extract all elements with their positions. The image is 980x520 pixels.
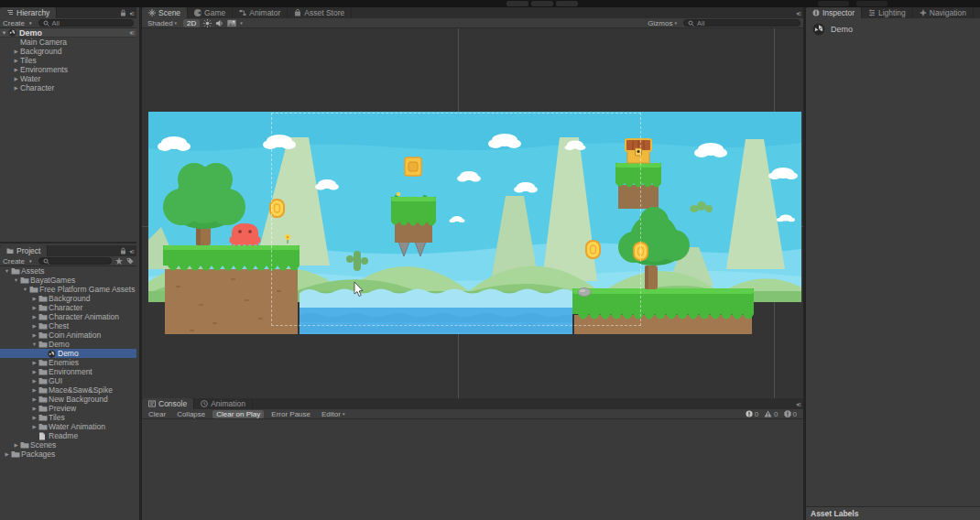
hierarchy-item[interactable]: Main Camera (0, 38, 136, 47)
console-clear-on-play-button[interactable]: Clear on Play (212, 410, 264, 418)
project-tree-item[interactable]: ▶Packages (0, 450, 136, 459)
inspector-asset-header[interactable]: Demo (806, 18, 980, 36)
project-tree-item[interactable]: Readme (0, 431, 136, 440)
project-tree-item[interactable]: ▶Chest (0, 321, 136, 330)
foldout-icon[interactable]: ▶ (30, 376, 38, 385)
foldout-icon[interactable]: ▶ (30, 330, 38, 340)
shading-mode-dropdown[interactable]: Shaded▾ (145, 19, 180, 27)
foldout-icon[interactable]: ▶ (30, 385, 38, 395)
pane-menu-icon[interactable]: ▾≡ (129, 248, 134, 255)
play-icon[interactable] (506, 1, 528, 6)
project-tree-item[interactable]: ▶Coin Animation (0, 330, 136, 340)
foldout-icon[interactable]: ▶ (30, 358, 38, 367)
tab-navigation[interactable]: Navigation (913, 7, 974, 18)
enemy-blob[interactable] (230, 223, 261, 246)
foldout-icon[interactable]: ▼ (3, 266, 11, 276)
project-tree-item[interactable]: ▶Mace&Saw&Spike (0, 385, 136, 395)
tab-animator[interactable]: Animator (233, 7, 288, 18)
console-collapse-button[interactable]: Collapse (173, 410, 209, 418)
console-log-area[interactable] (142, 419, 803, 520)
project-search-input[interactable] (38, 257, 112, 265)
project-tree-item[interactable]: ▼Assets (0, 266, 136, 276)
pane-menu-icon[interactable]: ▾≡ (129, 10, 134, 16)
console-error-pause-button[interactable]: Error Pause (267, 410, 314, 418)
foldout-icon[interactable]: ▼ (21, 285, 29, 294)
foldout-icon[interactable]: ▶ (30, 395, 38, 404)
error-count[interactable]: 0 (784, 410, 797, 418)
tab-asset-store[interactable]: Asset Store (288, 7, 352, 18)
effects-dropdown-caret[interactable]: ▾ (240, 20, 243, 26)
foldout-icon[interactable]: ▼ (0, 30, 8, 36)
pause-icon[interactable] (531, 1, 553, 6)
foldout-icon[interactable]: ▶ (30, 367, 38, 376)
project-tree-item[interactable]: ▶Character (0, 303, 136, 312)
project-tree-item[interactable]: ▶Background (0, 294, 136, 303)
scene-viewport[interactable] (142, 28, 803, 398)
hierarchy-search-input[interactable]: All (38, 19, 134, 27)
hierarchy-item[interactable]: ▶Background (0, 47, 136, 56)
scene-lighting-icon[interactable] (203, 19, 212, 27)
project-tree-item[interactable]: ▶Scenes (0, 440, 136, 450)
tab-scene[interactable]: Scene (142, 7, 188, 18)
toggle-2d-button[interactable]: 2D (183, 19, 200, 27)
step-icon[interactable] (556, 1, 578, 6)
foldout-icon[interactable]: ▶ (12, 74, 20, 83)
hierarchy-item[interactable]: ▶Tiles (0, 56, 136, 65)
project-tree-item[interactable]: ▼Demo (0, 340, 136, 349)
project-tree-item[interactable]: ▼BayatGames (0, 276, 136, 285)
lock-icon[interactable] (120, 247, 126, 255)
scene-menu-icon[interactable]: ▾≡ (129, 29, 134, 36)
tab-game[interactable]: Game (188, 7, 233, 18)
project-tree-item[interactable]: ▶GUI (0, 376, 136, 385)
foldout-icon[interactable]: ▶ (30, 303, 38, 312)
lock-icon[interactable] (120, 9, 126, 16)
project-tree-item[interactable]: Demo (0, 349, 136, 358)
asset-labels-bar[interactable]: Asset Labels (806, 506, 980, 520)
foldout-icon[interactable]: ▶ (12, 440, 20, 450)
foldout-icon[interactable]: ▶ (12, 65, 20, 74)
search-by-label-icon[interactable] (126, 257, 134, 265)
create-dropdown[interactable]: Create▾ (3, 257, 35, 265)
project-tree-item[interactable]: ▶Character Animation (0, 312, 136, 321)
foldout-icon[interactable]: ▶ (30, 422, 38, 431)
scene-search-input[interactable]: All (683, 19, 800, 27)
search-by-type-icon[interactable] (115, 257, 123, 265)
project-tree-item[interactable]: ▶Environment (0, 367, 136, 376)
hierarchy-item[interactable]: ▶Character (0, 83, 136, 92)
tab-project[interactable]: Project (0, 245, 48, 256)
layout-dropdown[interactable] (856, 1, 887, 6)
play-controls[interactable] (506, 1, 578, 6)
console-editor-dropdown[interactable]: Editor▾ (318, 410, 348, 418)
scene-audio-icon[interactable] (215, 19, 223, 27)
create-dropdown[interactable]: Create▾ (3, 19, 35, 27)
foldout-icon[interactable]: ▶ (12, 83, 20, 92)
foldout-icon[interactable]: ▶ (12, 47, 20, 56)
pane-menu-icon[interactable]: ▾≡ (796, 401, 800, 407)
gizmos-dropdown[interactable]: Gizmos▾ (645, 19, 680, 27)
tab-hierarchy[interactable]: Hierarchy (0, 7, 57, 18)
pane-menu-icon[interactable]: ▾≡ (796, 10, 800, 16)
foldout-icon[interactable]: ▶ (30, 321, 38, 330)
foldout-icon[interactable]: ▶ (3, 450, 11, 459)
console-clear-button[interactable]: Clear (145, 410, 169, 418)
foldout-icon[interactable]: ▶ (12, 56, 20, 65)
foldout-icon[interactable]: ▶ (30, 312, 38, 321)
tab-inspector[interactable]: Inspector (806, 7, 862, 18)
layers-dropdown[interactable] (818, 1, 849, 6)
log-count[interactable]: 0 (746, 410, 758, 418)
tab-console[interactable]: Console (142, 398, 194, 409)
project-tree-item[interactable]: ▶Preview (0, 404, 136, 413)
foldout-icon[interactable]: ▶ (30, 404, 38, 413)
foldout-icon[interactable]: ▼ (12, 276, 20, 285)
hierarchy-item[interactable]: ▶Environments (0, 65, 136, 74)
project-tree-item[interactable]: ▶Tiles (0, 413, 136, 422)
project-tree-item[interactable]: ▶New Background (0, 395, 136, 404)
tab-animation[interactable]: Animation (194, 398, 253, 409)
project-tree-item[interactable]: ▼Free Platform Game Assets (0, 285, 136, 294)
foldout-icon[interactable]: ▶ (30, 413, 38, 422)
hierarchy-item[interactable]: ▶Water (0, 74, 136, 83)
tab-lighting[interactable]: Lighting (862, 7, 913, 18)
warning-count[interactable]: 0 (764, 410, 778, 418)
project-tree-item[interactable]: ▶Water Animation (0, 422, 136, 431)
foldout-icon[interactable]: ▼ (30, 340, 38, 349)
